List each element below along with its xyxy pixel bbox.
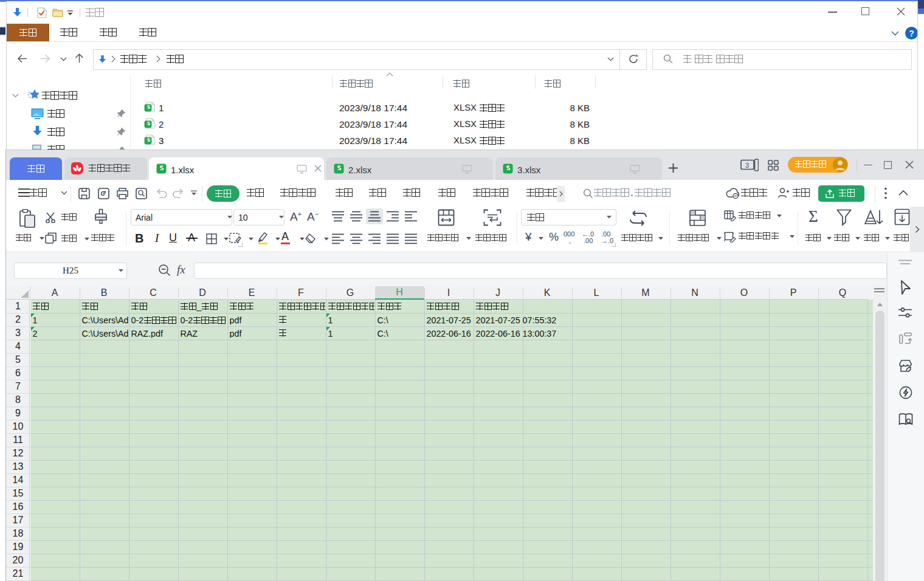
svg-text:3: 3 <box>745 162 749 169</box>
